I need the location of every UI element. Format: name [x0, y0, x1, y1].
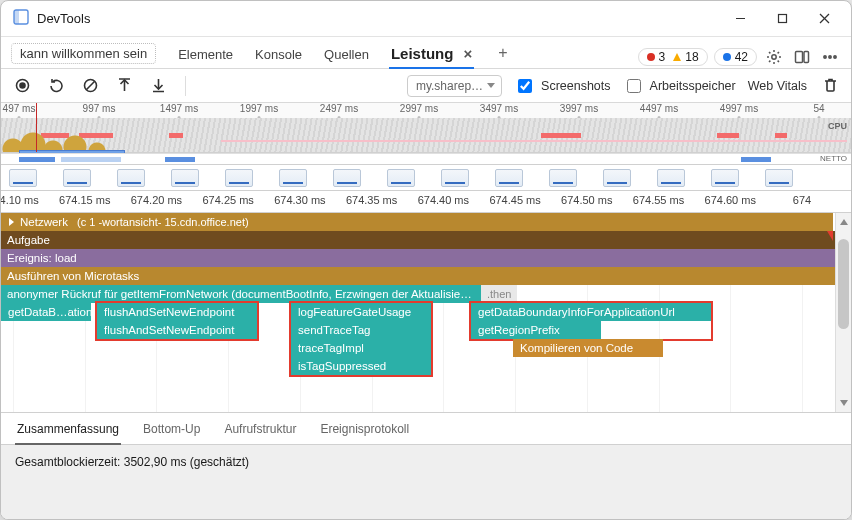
scroll-thumb[interactable]	[838, 239, 849, 329]
detail-ruler[interactable]: 674.10 ms674.15 ms674.20 ms674.25 ms674.…	[1, 191, 851, 213]
overview-tick: 2997 ms	[400, 103, 438, 114]
overview-tick: 2497 ms	[320, 103, 358, 114]
svg-point-6	[772, 55, 776, 59]
tab-elements[interactable]: Elemente	[176, 41, 235, 68]
flame-scrollbar[interactable]	[835, 213, 851, 412]
errors-count: 3	[659, 50, 666, 64]
record-button[interactable]	[11, 75, 33, 97]
dock-side-button[interactable]	[791, 46, 813, 68]
cell-getDataB[interactable]: getDataB…ationUrl	[1, 303, 91, 321]
detail-tick: 674.15 ms	[59, 194, 110, 206]
cpu-mountain-icon	[1, 130, 121, 152]
cpu-label: CPU	[828, 121, 847, 131]
issue-badges[interactable]: 3 18 42	[638, 48, 757, 66]
tab-performance[interactable]: Leistung ×	[389, 39, 474, 68]
maximize-button[interactable]	[763, 5, 801, 33]
title-bar: DevTools	[1, 1, 851, 37]
cell-getRegion[interactable]: getRegionPrefix	[471, 321, 601, 339]
screenshots-input[interactable]	[518, 79, 532, 93]
info-badge[interactable]: 42	[714, 48, 757, 66]
error-dot-icon	[647, 53, 655, 61]
detail-tabs: Zusammenfassung Bottom-Up Aufrufstruktur…	[1, 413, 851, 445]
cell-sendTrace[interactable]: sendTraceTag	[291, 321, 431, 339]
overview-tick: 4497 ms	[640, 103, 678, 114]
expand-icon[interactable]	[9, 218, 14, 226]
detail-tick: 674.60 ms	[705, 194, 756, 206]
devtools-icon	[13, 9, 29, 28]
longtask-marker-icon	[827, 231, 833, 241]
memory-label: Arbeitsspeicher	[650, 79, 736, 93]
screenshot-thumbnails[interactable]	[1, 165, 851, 191]
delete-recording-button[interactable]	[819, 75, 841, 97]
detail-tick: 674.55 ms	[633, 194, 684, 206]
event-row[interactable]: Ereignis: load	[1, 249, 833, 267]
overview-body[interactable]	[1, 118, 851, 152]
svg-point-10	[829, 56, 831, 58]
tab-close-suffix[interactable]: ×	[464, 45, 473, 62]
more-button[interactable]	[819, 46, 841, 68]
minimize-button[interactable]	[721, 5, 759, 33]
warnings-count: 18	[685, 50, 698, 64]
network-row[interactable]: Netzwerk (c 1 -wortansicht- 15.cdn.offic…	[1, 213, 833, 231]
panel-tab-bar: kann willkommen sein Elemente Konsole Qu…	[1, 37, 851, 69]
site-chip[interactable]: kann willkommen sein	[11, 43, 156, 64]
overview-tick: 497 ms	[3, 103, 36, 114]
overview-tick: 54	[813, 103, 824, 114]
overview-net-row: NETTO	[1, 153, 851, 165]
microtasks-row[interactable]: Ausführen von Microtasks	[1, 267, 833, 285]
warning-triangle-icon	[673, 53, 681, 61]
overview-ruler: 497 ms997 ms1497 ms1997 ms2497 ms2997 ms…	[1, 103, 851, 117]
scroll-up-icon[interactable]	[840, 217, 848, 225]
memory-input[interactable]	[627, 79, 641, 93]
cell-getBound[interactable]: getDataBoundaryInfoForApplicationUrl	[471, 303, 711, 321]
detail-tick: 674.30 ms	[274, 194, 325, 206]
errors-badge[interactable]: 3 18	[638, 48, 708, 66]
svg-point-13	[20, 83, 25, 88]
cell-logFG[interactable]: logFeatureGateUsage	[291, 303, 431, 321]
detail-tab-calltree[interactable]: Aufrufstruktur	[222, 414, 298, 444]
screenshots-label: Screenshots	[541, 79, 610, 93]
new-tab-button[interactable]: +	[492, 44, 513, 68]
clear-button[interactable]	[79, 75, 101, 97]
window-title: DevTools	[37, 11, 90, 26]
detail-tick: 674.50 ms	[561, 194, 612, 206]
upload-button[interactable]	[113, 75, 135, 97]
svg-rect-3	[778, 15, 786, 23]
screenshots-checkbox[interactable]: Screenshots	[514, 76, 610, 96]
overview-cursor[interactable]	[36, 103, 37, 152]
flame-chart[interactable]: Netzwerk (c 1 -wortansicht- 15.cdn.offic…	[1, 213, 851, 413]
cell-compile[interactable]: Kompilieren von Code	[513, 339, 663, 357]
detail-tick: 674.35 ms	[346, 194, 397, 206]
status-bar: Gesamtblockierzeit: 3502,90 ms (geschätz…	[1, 445, 851, 519]
settings-button[interactable]	[763, 46, 785, 68]
network-source: (c 1 -wortansicht- 15.cdn.office.net)	[71, 213, 833, 231]
detail-tick: 674.20 ms	[131, 194, 182, 206]
svg-rect-1	[14, 10, 19, 24]
close-window-button[interactable]	[805, 5, 843, 33]
overview-tick: 1997 ms	[240, 103, 278, 114]
svg-point-9	[824, 56, 826, 58]
cell-flush1[interactable]: flushAndSetNewEndpoint	[97, 303, 257, 321]
download-button[interactable]	[147, 75, 169, 97]
scroll-down-icon[interactable]	[840, 400, 848, 408]
overview-timeline[interactable]: 497 ms997 ms1497 ms1997 ms2497 ms2997 ms…	[1, 103, 851, 153]
cell-traceImpl[interactable]: traceTagImpl	[291, 339, 431, 357]
cell-isTag[interactable]: isTagSuppressed	[291, 357, 431, 375]
detail-tab-bottomup[interactable]: Bottom-Up	[141, 414, 202, 444]
detail-tick: 674.40 ms	[418, 194, 469, 206]
tab-sources[interactable]: Quellen	[322, 41, 371, 68]
detail-tab-summary[interactable]: Zusammenfassung	[15, 414, 121, 444]
tab-console[interactable]: Konsole	[253, 41, 304, 68]
anon-callback-row[interactable]: anonymer Rückruf für getItemFromNetwork …	[1, 285, 833, 303]
overview-tick: 4997 ms	[720, 103, 758, 114]
overview-tick: 997 ms	[83, 103, 116, 114]
cell-flush2[interactable]: flushAndSetNewEndpoint	[97, 321, 257, 339]
network-row-label[interactable]: Netzwerk	[1, 213, 76, 231]
task-row[interactable]: Aufgabe	[1, 231, 833, 249]
memory-checkbox[interactable]: Arbeitsspeicher	[623, 76, 736, 96]
target-dropdown[interactable]: my.sharep…	[407, 75, 502, 97]
info-dot-icon	[723, 53, 731, 61]
svg-rect-7	[796, 52, 803, 63]
detail-tab-eventlog[interactable]: Ereignisprotokoll	[318, 414, 411, 444]
reload-button[interactable]	[45, 75, 67, 97]
